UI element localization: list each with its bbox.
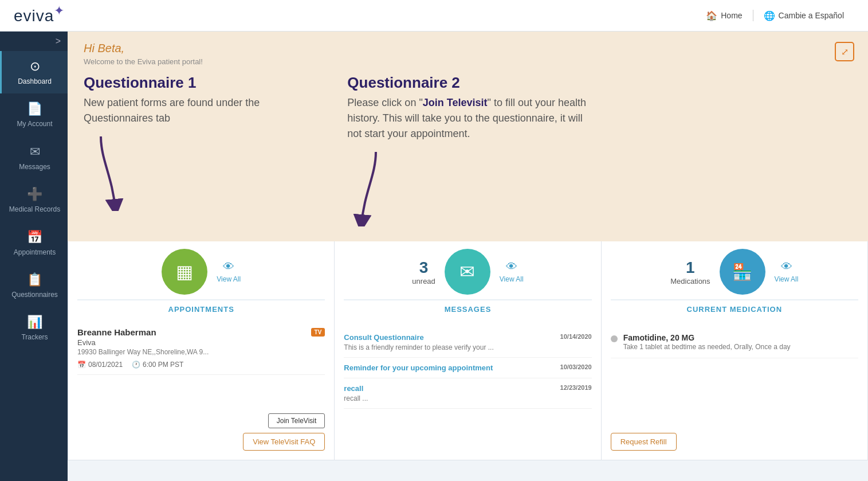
expand-button[interactable]: ⤢ bbox=[835, 42, 854, 61]
banner-col-q1: Questionnaire 1 New patient forms are fo… bbox=[84, 74, 324, 213]
messages-icon: ✉ bbox=[30, 144, 40, 159]
globe-icon: 🌐 bbox=[764, 10, 775, 21]
appointment-datetime: 📅 08/01/2021 🕐 6:00 PM PST bbox=[77, 361, 325, 369]
sidebar-item-my-account[interactable]: 📄 My Account bbox=[0, 93, 68, 136]
appointments-card-top: ▦ 👁 View All bbox=[77, 249, 325, 295]
messages-count-area: 3 unread bbox=[412, 259, 435, 286]
language-link[interactable]: 🌐 Cambie a Español bbox=[753, 10, 854, 21]
appointments-card: ▦ 👁 View All APPOINTMENTS Breanne Haberm… bbox=[68, 237, 335, 460]
home-link[interactable]: 🏠 Home bbox=[696, 10, 752, 21]
medications-count-area: 1 Medications bbox=[670, 259, 710, 286]
medications-view-all[interactable]: 👁 View All bbox=[775, 260, 799, 283]
calendar-grid-icon: ▦ bbox=[176, 261, 193, 283]
medications-card: 1 Medications 🏪 👁 View All CURRENT MEDIC… bbox=[602, 237, 868, 460]
sidebar-item-questionnaires[interactable]: 📋 Questionnaires bbox=[0, 264, 68, 307]
q1-text: New patient forms are found under the Qu… bbox=[84, 95, 324, 126]
msg-subject-text-2: recall bbox=[344, 384, 363, 393]
appointments-card-header: ▦ 👁 View All APPOINTMENTS bbox=[68, 237, 334, 320]
msg-subject-text-0: Consult Questionnaire bbox=[344, 333, 423, 342]
messages-card-header: 3 unread ✉ 👁 View All MESSAGES bbox=[335, 237, 600, 320]
tv-badge: TV bbox=[311, 328, 325, 337]
sidebar-item-dashboard[interactable]: ⊙ Dashboard bbox=[0, 51, 68, 93]
sidebar-label-trackers: Trackers bbox=[21, 333, 48, 341]
dashboard-icon: ⊙ bbox=[30, 59, 40, 74]
message-item-0[interactable]: Consult Questionnaire 10/14/2020 This is… bbox=[344, 327, 591, 358]
sidebar-item-medical-records[interactable]: ➕ Medical Records bbox=[0, 179, 68, 221]
messages-view-all-label: View All bbox=[500, 275, 524, 283]
appointment-row: Breanne Haberman TV Eviva 19930 Ballinge… bbox=[77, 327, 325, 375]
sidebar-item-messages[interactable]: ✉ Messages bbox=[0, 136, 68, 179]
appointments-view-all[interactable]: 👁 View All bbox=[217, 260, 241, 283]
med-description-0: Take 1 tablet at bedtime as needed, Oral… bbox=[623, 342, 791, 352]
messages-card-top: 3 unread ✉ 👁 View All bbox=[344, 249, 591, 295]
msg-preview-0: This is a friendly reminder to please ve… bbox=[344, 343, 591, 351]
med-details-0: Famotidine, 20 MG Take 1 tablet at bedti… bbox=[623, 333, 791, 352]
medical-records-icon: ➕ bbox=[27, 187, 42, 202]
appointment-time-item: 🕐 6:00 PM PST bbox=[132, 361, 183, 369]
main-content: ⤢ Hi Beta, Welcome to the Eviva patient … bbox=[68, 32, 868, 481]
appointments-icon: 📅 bbox=[27, 230, 42, 245]
messages-view-all[interactable]: 👁 View All bbox=[500, 260, 524, 283]
appointments-view-all-label: View All bbox=[217, 275, 241, 283]
medications-card-body: Famotidine, 20 MG Take 1 tablet at bedti… bbox=[602, 320, 867, 425]
appointment-date-item: 📅 08/01/2021 bbox=[77, 361, 123, 369]
calendar-icon: 📅 bbox=[77, 361, 86, 369]
join-televisit-button[interactable]: Join TeleVisit bbox=[268, 413, 325, 428]
appointment-org: Eviva bbox=[77, 338, 325, 347]
q2-text: Please click on "Join Televisit" to fill… bbox=[347, 95, 588, 142]
home-icon: 🏠 bbox=[706, 10, 717, 21]
sidebar-item-appointments[interactable]: 📅 Appointments bbox=[0, 222, 68, 264]
appointments-title: APPOINTMENTS bbox=[77, 299, 325, 314]
messages-count: 3 bbox=[419, 259, 429, 277]
expand-icon: ⤢ bbox=[841, 46, 849, 57]
medications-count-label: Medications bbox=[670, 277, 710, 286]
top-nav: eviva✦ 🏠 Home 🌐 Cambie a Español bbox=[0, 0, 868, 32]
med-name-0: Famotidine, 20 MG bbox=[623, 333, 791, 342]
request-refill-button[interactable]: Request Refill bbox=[611, 433, 677, 451]
eye-icon-messages: 👁 bbox=[506, 260, 517, 273]
medications-count: 1 bbox=[686, 259, 695, 277]
message-item-2[interactable]: recall 12/23/2019 recall ... bbox=[344, 378, 591, 409]
logo: eviva✦ bbox=[14, 6, 65, 25]
medications-circle-icon: 🏪 bbox=[720, 249, 765, 295]
q2-title: Questionnaire 2 bbox=[347, 74, 588, 92]
view-faq-button[interactable]: View TeleVisit FAQ bbox=[243, 433, 325, 451]
messages-title: MESSAGES bbox=[344, 299, 591, 314]
medications-card-header: 1 Medications 🏪 👁 View All CURRENT MEDIC… bbox=[602, 237, 867, 320]
msg-subject-2: recall 12/23/2019 bbox=[344, 384, 591, 393]
medications-card-top: 1 Medications 🏪 👁 View All bbox=[611, 249, 858, 295]
message-item-1[interactable]: Reminder for your upcoming appointment 1… bbox=[344, 358, 591, 378]
medications-title: CURRENT MEDICATION bbox=[611, 299, 858, 314]
msg-date-1: 10/03/2020 bbox=[560, 363, 592, 370]
appointment-time: 6:00 PM PST bbox=[143, 361, 183, 369]
messages-count-label: unread bbox=[412, 277, 435, 286]
sidebar: > ⊙ Dashboard 📄 My Account ✉ Messages ➕ … bbox=[0, 32, 68, 481]
med-dot-0 bbox=[611, 335, 618, 342]
messages-card: 3 unread ✉ 👁 View All MESSAGES bbox=[335, 237, 601, 460]
medications-view-all-label: View All bbox=[775, 275, 799, 283]
sidebar-item-trackers[interactable]: 📊 Trackers bbox=[0, 307, 68, 349]
arrow-q2 bbox=[347, 152, 393, 226]
eye-icon-medications: 👁 bbox=[781, 260, 792, 273]
sidebar-label-messages: Messages bbox=[19, 163, 50, 171]
banner: ⤢ Hi Beta, Welcome to the Eviva patient … bbox=[68, 32, 868, 241]
sidebar-label-dashboard: Dashboard bbox=[18, 77, 52, 85]
msg-date-0: 10/14/2020 bbox=[560, 333, 592, 340]
envelope-icon: ✉ bbox=[459, 261, 475, 283]
messages-circle-icon: ✉ bbox=[445, 249, 490, 295]
cards-row: ▦ 👁 View All APPOINTMENTS Breanne Haberm… bbox=[68, 237, 868, 460]
welcome-text: Welcome to the Eviva patient portal! bbox=[84, 57, 852, 66]
language-label: Cambie a Español bbox=[779, 11, 844, 20]
msg-subject-0: Consult Questionnaire 10/14/2020 bbox=[344, 333, 591, 342]
questionnaires-icon: 📋 bbox=[27, 272, 42, 287]
greeting: Hi Beta, bbox=[84, 42, 852, 55]
appointments-card-footer: Join TeleVisit View TeleVisit FAQ bbox=[68, 408, 334, 460]
trackers-icon: 📊 bbox=[27, 315, 42, 330]
sidebar-label-questionnaires: Questionnaires bbox=[11, 291, 58, 299]
appointments-card-body: Breanne Haberman TV Eviva 19930 Ballinge… bbox=[68, 320, 334, 408]
medication-item-0: Famotidine, 20 MG Take 1 tablet at bedti… bbox=[611, 327, 858, 358]
sidebar-toggle[interactable]: > bbox=[0, 32, 68, 51]
appointment-address: 19930 Ballinger Way NE,,Shoreline,WA 9..… bbox=[77, 348, 325, 356]
sidebar-label-medical-records: Medical Records bbox=[9, 205, 60, 213]
top-nav-links: 🏠 Home 🌐 Cambie a Español bbox=[696, 10, 854, 21]
